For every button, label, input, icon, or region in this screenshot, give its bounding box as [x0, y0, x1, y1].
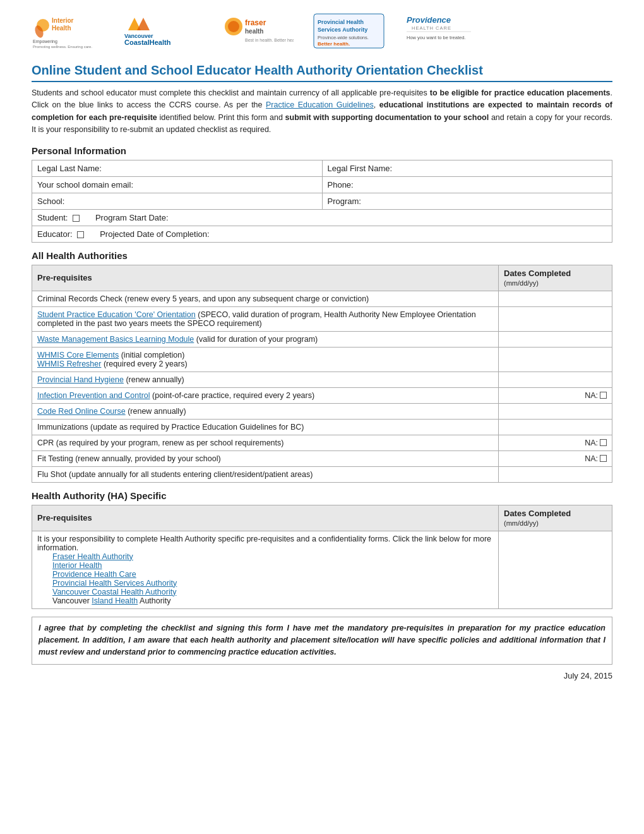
svg-text:Best in health. Better health.: Best in health. Better health. — [245, 38, 294, 42]
student-checkbox[interactable] — [73, 215, 80, 222]
dates-whmis — [499, 347, 612, 372]
vcha-link[interactable]: Vancouver Coastal Health Authority — [52, 588, 176, 596]
dates-code-red — [499, 403, 612, 419]
practice-education-link[interactable]: Practice Education Guidelines — [266, 100, 374, 109]
prereq-code-red: Code Red Online Course (renew annually) — [32, 403, 499, 419]
prereq-waste: Waste Management Basics Learning Module … — [32, 331, 499, 347]
list-item: Infection Prevention and Control (point-… — [32, 387, 612, 403]
na-fit-checkbox[interactable] — [600, 455, 607, 462]
dates-fit-testing: NA: — [499, 450, 612, 466]
prereq-flu-shot: Flu Shot (update annually for all studen… — [32, 466, 499, 482]
whmis-core-link[interactable]: WHMIS Core Elements — [37, 351, 119, 360]
footer-date: July 24, 2015 — [32, 671, 612, 680]
dates-hand-hygiene — [499, 372, 612, 387]
agreement-text: I agree that by completing the checklist… — [39, 624, 605, 657]
table-row: Student: Program Start Date: — [32, 209, 612, 226]
personal-info-title: Personal Information — [32, 145, 612, 156]
providence-health-link[interactable]: Providence Health Care — [52, 570, 136, 579]
logo-phsa: Provincial Health Services Authority Pro… — [313, 13, 385, 49]
ha-dates-header: Dates Completed (mm/dd/yy) — [499, 505, 612, 531]
dates-flu-shot — [499, 466, 612, 482]
interior-health-link[interactable]: Interior Health — [52, 561, 102, 570]
svg-text:Empowering: Empowering — [33, 39, 57, 44]
logos-header: Interior Health Empowering Promoting wel… — [32, 13, 612, 49]
dates-speco — [499, 306, 612, 331]
na-infection-checkbox[interactable] — [600, 392, 607, 399]
speco-link[interactable]: Student Practice Education 'Core' Orient… — [37, 310, 196, 319]
program-start-label: Program Start Date: — [95, 213, 169, 222]
prereq-whmis: WHMIS Core Elements (initial completion)… — [32, 347, 499, 372]
school-email-label: Your school domain email: — [32, 176, 323, 193]
list-item: WHMIS Core Elements (initial completion)… — [32, 347, 612, 372]
educator-checkbox[interactable] — [77, 231, 84, 238]
table-row: Legal Last Name: Legal First Name: — [32, 160, 612, 176]
ha-links-list: Fraser Health Authority Interior Health … — [37, 552, 493, 605]
legal-first-name-label: Legal First Name: — [322, 160, 612, 176]
dates-infection: NA: — [499, 387, 612, 403]
svg-marker-7 — [137, 18, 150, 30]
list-item: Waste Management Basics Learning Module … — [32, 331, 612, 347]
svg-point-11 — [228, 21, 239, 32]
table-header-row: Pre-requisites Dates Completed (mm/dd/yy… — [32, 505, 612, 531]
island-health-link[interactable]: Island Health — [92, 596, 138, 605]
vi-health-text: Vancouver Island Health Authority — [52, 596, 170, 605]
infection-link[interactable]: Infection Prevention and Control — [37, 391, 150, 400]
list-item: Immunizations (update as required by Pra… — [32, 419, 612, 435]
dates-criminal-records — [499, 291, 612, 306]
personal-info-table: Legal Last Name: Legal First Name: Your … — [32, 160, 612, 243]
svg-text:Promoting wellness. Ensuring c: Promoting wellness. Ensuring care. — [33, 45, 92, 49]
svg-text:HEALTH CARE: HEALTH CARE — [412, 25, 451, 31]
dates-header: Dates Completed (mm/dd/yy) — [499, 265, 612, 291]
prereq-hand-hygiene: Provincial Hand Hygiene (renew annually) — [32, 372, 499, 387]
table-header-row: Pre-requisites Dates Completed (mm/dd/yy… — [32, 265, 612, 291]
code-red-link[interactable]: Code Red Online Course — [37, 407, 126, 416]
list-item: Fit Testing (renew annually, provided by… — [32, 450, 612, 466]
school-label: School: — [32, 193, 323, 209]
whmis-refresher-link[interactable]: WHMIS Refresher — [37, 360, 101, 368]
svg-text:Interior: Interior — [52, 17, 74, 24]
all-ha-table: Pre-requisites Dates Completed (mm/dd/yy… — [32, 265, 612, 483]
educator-row: Educator: Projected Date of Completion: — [32, 226, 612, 242]
phsa-link[interactable]: Provincial Health Services Authority — [52, 579, 177, 588]
ha-prereq-header: Pre-requisites — [32, 505, 499, 531]
svg-text:How you want to be treated.: How you want to be treated. — [407, 35, 465, 40]
phone-label: Phone: — [322, 176, 612, 193]
prereq-header: Pre-requisites — [32, 265, 499, 291]
na-infection: NA: — [585, 391, 607, 400]
hand-hygiene-link[interactable]: Provincial Hand Hygiene — [37, 375, 124, 384]
prereq-fit-testing: Fit Testing (renew annually, provided by… — [32, 450, 499, 466]
table-row: Educator: Projected Date of Completion: — [32, 226, 612, 242]
fraser-health-link[interactable]: Fraser Health Authority — [52, 552, 133, 561]
na-cpr: NA: — [585, 438, 607, 447]
intro-paragraph: Students and school educator must comple… — [32, 87, 612, 136]
svg-text:Province-wide solutions.: Province-wide solutions. — [318, 35, 369, 40]
waste-link[interactable]: Waste Management Basics Learning Module — [37, 335, 194, 344]
agreement-box: I agree that by completing the checklist… — [32, 617, 612, 665]
page-title: Online Student and School Educator Healt… — [32, 62, 612, 82]
ha-intro-cell: It is your responsibility to complete He… — [32, 531, 499, 608]
prereq-cpr: CPR (as required by your program, renew … — [32, 435, 499, 450]
na-cpr-checkbox[interactable] — [600, 439, 607, 446]
list-item: Criminal Records Check (renew every 5 ye… — [32, 291, 612, 306]
ha-dates-cell — [499, 531, 612, 608]
svg-text:CoastalHealth: CoastalHealth — [124, 39, 171, 46]
svg-text:Services Authority: Services Authority — [318, 27, 367, 33]
svg-text:Providence: Providence — [407, 15, 451, 25]
list-item: Student Practice Education 'Core' Orient… — [32, 306, 612, 331]
logo-fraser-health: fraser health Best in health. Better hea… — [221, 13, 294, 49]
svg-text:Provincial Health: Provincial Health — [318, 19, 364, 25]
legal-last-name-label: Legal Last Name: — [32, 160, 323, 176]
ha-specific-title: Health Authority (HA) Specific — [32, 490, 612, 501]
list-item: Code Red Online Course (renew annually) — [32, 403, 612, 419]
logo-vch: Vancouver CoastalHealth — [123, 13, 202, 49]
logo-providence: Providence HEALTH CARE How you want to b… — [404, 13, 474, 49]
prereq-infection: Infection Prevention and Control (point-… — [32, 387, 499, 403]
list-item: Flu Shot (update annually for all studen… — [32, 466, 612, 482]
na-fit: NA: — [585, 454, 607, 463]
prereq-immunizations: Immunizations (update as required by Pra… — [32, 419, 499, 435]
svg-text:fraser: fraser — [245, 18, 266, 27]
list-item: It is your responsibility to complete He… — [32, 531, 612, 608]
student-row: Student: Program Start Date: — [32, 209, 612, 226]
svg-text:health: health — [245, 28, 263, 35]
list-item: Provincial Hand Hygiene (renew annually) — [32, 372, 612, 387]
